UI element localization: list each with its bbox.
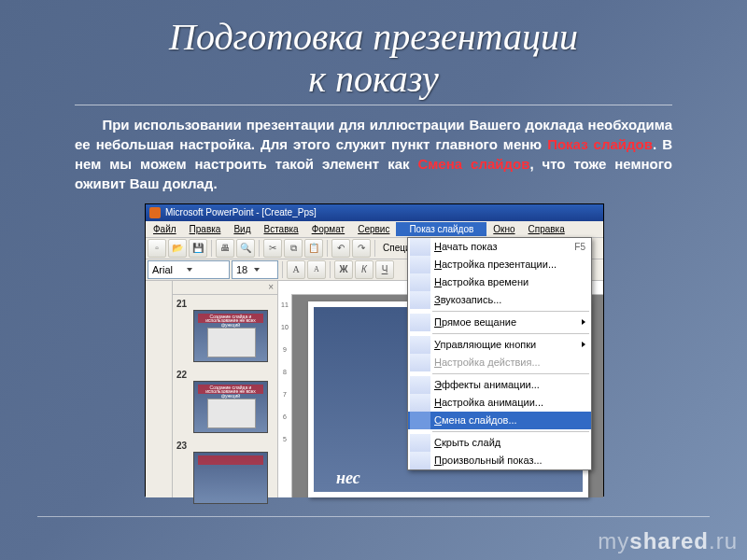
increase-font-icon[interactable]: A: [287, 260, 305, 279]
chevron-down-icon: [254, 268, 260, 272]
menu-item-label: Скрыть слайд: [434, 437, 585, 448]
thumb-inset: [207, 399, 256, 428]
separator: [327, 240, 328, 257]
menu-separator: [432, 333, 589, 334]
slide-thumb-23[interactable]: 23: [176, 441, 274, 504]
chevron-down-icon: [187, 268, 192, 272]
thumb-number: 21: [176, 299, 274, 309]
menu-item-label: Настройка презентации...: [434, 259, 585, 270]
body-paragraph: При использовании презентации для иллюст…: [75, 115, 672, 194]
preview-icon[interactable]: 🔍: [236, 239, 255, 258]
menu-item[interactable]: Скрыть слайд: [408, 434, 591, 452]
thumb-caption: Создание слайда и использование не всех …: [198, 385, 263, 394]
outline-pane[interactable]: [146, 281, 173, 497]
thumb-number: 22: [176, 370, 274, 380]
thumb-number: 23: [176, 441, 274, 451]
paste-icon[interactable]: 📋: [304, 239, 323, 258]
menu-item-label: Эффекты анимации...: [434, 379, 585, 390]
save-icon[interactable]: 💾: [189, 239, 207, 258]
menu-item-label: Смена слайдов...: [434, 414, 585, 426]
title-underline: [75, 105, 672, 105]
menu-service[interactable]: Сервис: [351, 222, 396, 236]
font-name-combo[interactable]: Arial: [148, 260, 230, 279]
font-size-value: 18: [236, 264, 251, 275]
menu-item-icon: [410, 354, 430, 371]
menu-item[interactable]: Начать показF5: [408, 238, 591, 256]
open-icon[interactable]: 📂: [168, 239, 187, 258]
thumbnails-pane[interactable]: × 21 Создание слайда и использование не …: [173, 281, 278, 497]
underline-icon[interactable]: Ч: [375, 260, 394, 279]
sparkle-icon: [410, 376, 430, 394]
wm-part2: shared: [629, 528, 709, 553]
slide-thumb-22[interactable]: 22 Создание слайда и использование не вс…: [176, 370, 274, 433]
window-title: Microsoft PowerPoint - [Create_Pps]: [165, 207, 317, 217]
menu-help[interactable]: Справка: [522, 222, 571, 236]
menu-item-label: Настройка действия...: [434, 357, 585, 368]
footer-rule: [37, 516, 710, 517]
title-line1: Подготовка презентации: [169, 16, 578, 58]
slide-thumb-21[interactable]: 21 Создание слайда и использование не вс…: [176, 299, 274, 362]
timer-icon: [410, 273, 430, 291]
separator: [330, 261, 331, 278]
para-accent2: Смена слайдов: [417, 156, 529, 172]
menu-item-icon: [410, 336, 430, 354]
copy-icon[interactable]: ⧉: [284, 239, 303, 258]
menu-view[interactable]: Вид: [227, 222, 257, 236]
thumb-inset: [207, 328, 256, 357]
menu-file[interactable]: Файл: [147, 222, 183, 236]
menu-item-label: Управляющие кнопки: [434, 339, 585, 350]
menu-item[interactable]: Произвольный показ...: [408, 452, 591, 469]
menu-item[interactable]: Настройка презентации...: [408, 256, 591, 273]
menu-item[interactable]: Смена слайдов...: [408, 412, 591, 429]
menu-slideshow[interactable]: Показ слайдов: [396, 222, 486, 236]
menu-item-label: Настройка анимации...: [434, 397, 585, 408]
menu-item[interactable]: Звукозапись...: [408, 291, 591, 309]
menu-item[interactable]: Настройка времени: [408, 273, 591, 291]
undo-icon[interactable]: ↶: [331, 239, 350, 258]
thumb-caption: [198, 455, 263, 465]
menu-separator: [432, 431, 589, 432]
powerpoint-icon: [149, 207, 161, 218]
wm-part1: my: [598, 528, 629, 553]
menu-item[interactable]: Эффекты анимации...: [408, 376, 591, 394]
print-icon[interactable]: 🖶: [216, 239, 234, 258]
menu-edit[interactable]: Правка: [183, 222, 228, 236]
separator: [374, 240, 375, 257]
thumb-mini: [193, 452, 268, 504]
menu-item[interactable]: Управляющие кнопки: [408, 336, 591, 354]
settings-icon: [410, 256, 430, 273]
menu-item-shortcut: F5: [574, 242, 585, 252]
menu-format[interactable]: Формат: [305, 222, 352, 236]
menu-item-icon: [410, 314, 430, 331]
new-file-icon[interactable]: ▫: [148, 239, 166, 258]
screenshot-wrapper: Microsoft PowerPoint - [Create_Pps] Файл…: [145, 203, 602, 497]
thumb-mini: Создание слайда и использование не всех …: [193, 381, 268, 433]
thumbs-close[interactable]: ×: [173, 281, 277, 295]
font-size-combo[interactable]: 18: [232, 260, 278, 279]
menu-item-label: Прямое вещание: [434, 316, 585, 328]
watermark: myshared.ru: [598, 528, 738, 554]
decrease-font-icon[interactable]: A: [307, 260, 326, 279]
separator: [259, 240, 260, 257]
menu-item: Настройка действия...: [408, 354, 591, 371]
vertical-ruler: 111098765: [278, 294, 292, 497]
menu-insert[interactable]: Вставка: [257, 222, 304, 236]
italic-icon[interactable]: К: [355, 260, 374, 279]
menu-item[interactable]: Прямое вещание: [408, 314, 591, 331]
redo-icon[interactable]: ↷: [352, 239, 371, 258]
separator: [211, 240, 212, 257]
thumb-caption: Создание слайда и использование не всех …: [198, 314, 263, 323]
window-titlebar: Microsoft PowerPoint - [Create_Pps]: [146, 204, 603, 221]
menu-item-label: Произвольный показ...: [434, 455, 585, 466]
menu-item-label: Настройка времени: [434, 276, 585, 287]
hide-icon: [410, 434, 430, 452]
font-name-value: Arial: [152, 264, 184, 275]
cut-icon[interactable]: ✂: [263, 239, 282, 258]
mic-icon: [410, 291, 430, 309]
menu-window[interactable]: Окно: [486, 222, 521, 236]
menu-item[interactable]: Настройка анимации...: [408, 394, 591, 412]
bold-icon[interactable]: Ж: [334, 260, 353, 279]
slide-title: Подготовка презентации к показу: [0, 17, 747, 101]
menubar: Файл Правка Вид Вставка Формат Сервис По…: [146, 221, 603, 238]
play-icon: [410, 238, 430, 256]
